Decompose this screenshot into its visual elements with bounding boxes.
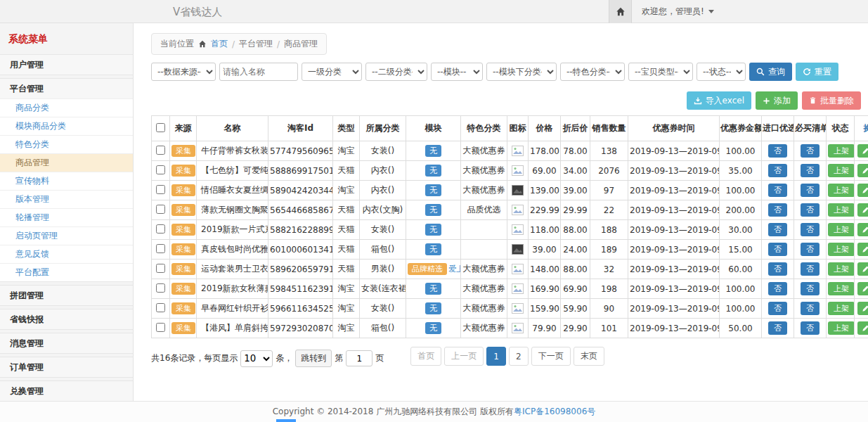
must-buy-toggle[interactable]: 否 [801,243,820,256]
icp-link[interactable]: 粤ICP备16098006号 [514,406,595,418]
status-toggle[interactable]: 上架 [828,184,855,197]
import-select-toggle[interactable]: 否 [768,144,787,158]
filter-status[interactable]: --状态-- [697,63,746,81]
import-excel-button[interactable]: 导入excel [687,91,751,110]
row-checkbox[interactable] [156,165,165,174]
filter-feature-category[interactable]: --特色分类-- [560,63,625,81]
must-buy-toggle[interactable]: 否 [801,302,820,315]
filter-module-sub[interactable]: --模块下分类-- [486,63,557,81]
sidebar-item-用户管理[interactable]: 用户管理 [0,55,133,75]
edit-button[interactable] [857,184,868,197]
page-button-1[interactable]: 1 [486,347,506,366]
sidebar-item-平台管理[interactable]: 平台管理 [0,79,133,98]
sidebar-item-拼团管理[interactable]: 拼团管理 [0,286,133,305]
page-button-2[interactable]: 2 [509,347,529,366]
cell-type: 淘宝 [333,141,360,161]
sidebar-subitem-宣传物料[interactable]: 宣传物料 [0,172,133,190]
sidebar-subitem-平台配置[interactable]: 平台配置 [0,263,133,281]
status-toggle[interactable]: 上架 [828,302,855,315]
row-checkbox[interactable] [156,146,165,155]
sidebar-subitem-意见反馈[interactable]: 意见反馈 [0,245,133,263]
row-checkbox[interactable] [156,264,165,273]
import-select-toggle[interactable]: 否 [768,321,787,335]
search-button[interactable]: 查询 [749,63,792,81]
must-buy-toggle[interactable]: 否 [801,184,820,197]
sidebar-subitem-版本管理[interactable]: 版本管理 [0,190,133,208]
page-button-上一页[interactable]: 上一页 [444,347,484,366]
import-select-toggle[interactable]: 否 [768,223,787,236]
sidebar-item-兑换管理[interactable]: 兑换管理 [0,381,133,401]
sidebar-item-省钱快报[interactable]: 省钱快报 [0,309,133,329]
must-buy-toggle[interactable]: 否 [801,321,820,335]
row-checkbox[interactable] [156,244,165,253]
filter-data-source[interactable]: --数据来源-- [151,63,216,81]
user-menu[interactable]: 欢迎您，管理员! [642,6,714,18]
filter-item-type[interactable]: --宝贝类型-- [628,63,693,81]
import-select-toggle[interactable]: 否 [768,302,787,315]
filter-level1-category[interactable]: 一级分类 [302,63,362,81]
import-select-toggle[interactable]: 否 [768,203,787,217]
sidebar-subitem-模块商品分类[interactable]: 模块商品分类 [0,117,133,135]
import-select-toggle[interactable]: 否 [768,282,787,295]
home-button[interactable] [609,0,632,23]
add-button[interactable]: 添加 [756,91,798,110]
import-select-toggle[interactable]: 否 [768,164,787,177]
sidebar-item-订单管理[interactable]: 订单管理 [0,357,133,377]
must-buy-toggle[interactable]: 否 [801,262,820,276]
status-toggle[interactable]: 上架 [828,321,855,335]
row-checkbox[interactable] [156,283,165,293]
reset-button[interactable]: 重置 [796,63,838,81]
page-button-末页[interactable]: 末页 [574,347,604,366]
sidebar-item-消息管理[interactable]: 消息管理 [0,333,133,353]
must-buy-toggle[interactable]: 否 [801,164,820,177]
must-buy-toggle[interactable]: 否 [801,203,820,217]
status-toggle[interactable]: 上架 [828,203,855,217]
status-toggle[interactable]: 上架 [828,144,855,158]
status-toggle[interactable]: 上架 [828,282,855,295]
search-name-input[interactable] [219,63,298,81]
page-button-下一页[interactable]: 下一页 [531,347,571,366]
page-number-input[interactable] [346,350,373,366]
row-checkbox[interactable] [156,205,165,214]
status-toggle[interactable]: 上架 [828,223,855,236]
status-toggle[interactable]: 上架 [828,262,855,276]
cell-sales: 188 [590,220,628,240]
row-checkbox[interactable] [156,224,165,234]
must-buy-toggle[interactable]: 否 [801,223,820,236]
batch-delete-button[interactable]: 批量删除 [802,91,861,110]
filter-module[interactable]: --模块-- [431,63,483,81]
sidebar-subitem-轮播管理[interactable]: 轮播管理 [0,208,133,226]
row-checkbox[interactable] [156,303,165,312]
row-checkbox[interactable] [156,323,165,332]
edit-button[interactable] [857,203,868,217]
edit-button[interactable] [857,302,868,315]
import-select-toggle[interactable]: 否 [768,184,787,197]
import-select-toggle[interactable]: 否 [768,262,787,276]
cell-category: 女装(连衣裙) [360,279,406,299]
filter-level2-category[interactable]: --二级分类-- [365,63,427,81]
page-button-首页[interactable]: 首页 [410,347,441,366]
edit-button[interactable] [857,321,868,335]
row-checkbox[interactable] [156,185,165,194]
edit-button[interactable] [857,144,868,158]
edit-button[interactable] [857,282,868,295]
select-all-checkbox[interactable] [156,123,165,132]
edit-button[interactable] [857,223,868,236]
edit-button[interactable] [857,243,868,256]
must-buy-toggle[interactable]: 否 [801,282,820,295]
breadcrumb-home-link[interactable]: 首页 [211,38,228,50]
sidebar-subitem-商品管理[interactable]: 商品管理 [0,153,133,172]
sidebar-subitem-特色分类[interactable]: 特色分类 [0,135,133,153]
status-toggle[interactable]: 上架 [828,243,855,256]
scrollbar-thumb[interactable] [276,419,296,422]
edit-button[interactable] [857,262,868,276]
edit-button[interactable] [857,164,868,177]
cell-sales: 138 [590,141,628,161]
status-toggle[interactable]: 上架 [828,164,855,177]
sidebar-subitem-启动页管理[interactable]: 启动页管理 [0,226,133,245]
sidebar-subitem-商品分类[interactable]: 商品分类 [0,98,133,117]
must-buy-toggle[interactable]: 否 [801,144,820,158]
jump-button[interactable]: 跳转到 [295,350,332,367]
import-select-toggle[interactable]: 否 [768,243,787,256]
per-page-select[interactable]: 10 [240,350,273,367]
